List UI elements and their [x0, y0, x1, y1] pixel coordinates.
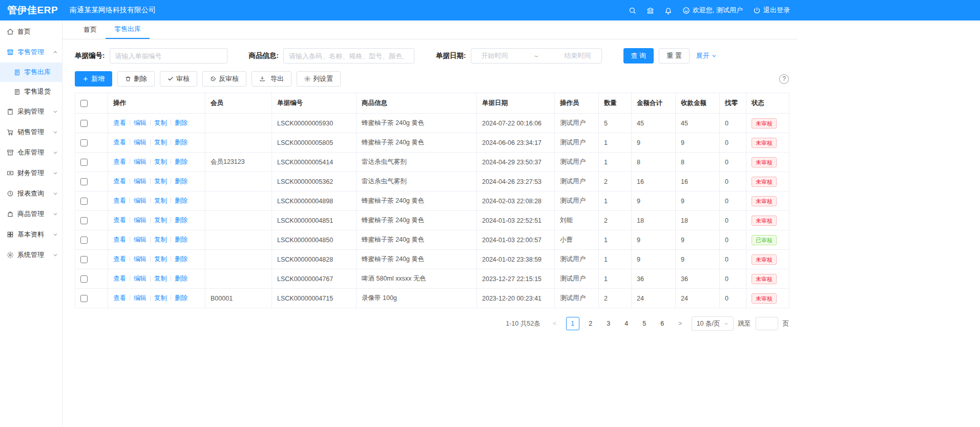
row-action-edit[interactable]: 编辑	[134, 236, 147, 243]
row-checkbox[interactable]	[80, 217, 88, 224]
row-action-view[interactable]: 查看	[113, 236, 126, 243]
bill-no-cell: LSCK00000004898	[272, 191, 357, 211]
row-action-copy[interactable]: 复制	[154, 236, 167, 243]
row-action-copy[interactable]: 复制	[154, 255, 167, 263]
sidebar-item-finance-management[interactable]: 财务管理	[0, 163, 62, 183]
row-action-view[interactable]: 查看	[113, 294, 126, 302]
unaudit-button[interactable]: 反审核	[202, 71, 246, 87]
row-action-view[interactable]: 查看	[113, 178, 126, 185]
row-action-delete[interactable]: 删除	[175, 217, 187, 224]
tab-retail-outbound[interactable]: 零售出库	[106, 20, 150, 39]
row-checkbox[interactable]	[80, 295, 88, 302]
tab-home[interactable]: 首页	[75, 20, 106, 39]
row-action-edit[interactable]: 编辑	[134, 119, 147, 126]
add-button[interactable]: 新增	[75, 71, 112, 87]
row-action-delete[interactable]: 删除	[175, 197, 187, 204]
bill-no-input[interactable]	[110, 48, 227, 63]
row-action-edit[interactable]: 编辑	[134, 294, 147, 302]
sidebar-item-report-query[interactable]: 报表查询	[0, 183, 62, 204]
action-divider	[171, 275, 171, 281]
row-checkbox[interactable]	[80, 139, 88, 146]
delete-button[interactable]: 删除	[117, 71, 155, 87]
sidebar-item-retail-return[interactable]: 零售退货	[0, 82, 62, 101]
sidebar-item-warehouse-management[interactable]: 仓库管理	[0, 142, 62, 163]
col-header-qty: 数量	[599, 93, 632, 114]
user-welcome[interactable]: 欢迎您, 测试用户	[682, 6, 743, 15]
chevron-down-icon	[53, 170, 58, 176]
row-action-delete[interactable]: 删除	[175, 236, 187, 243]
row-action-edit[interactable]: 编辑	[134, 197, 147, 204]
sidebar-item-retail-management[interactable]: 零售管理	[0, 42, 62, 62]
row-action-delete[interactable]: 删除	[175, 294, 187, 302]
row-action-copy[interactable]: 复制	[154, 158, 167, 165]
page-size-select[interactable]: 10 条/页	[692, 316, 734, 331]
page-number-4[interactable]: 4	[620, 317, 633, 330]
logout-button[interactable]: 退出登录	[753, 6, 790, 15]
sidebar-item-system-management[interactable]: 系统管理	[0, 245, 62, 265]
page-number-6[interactable]: 6	[656, 317, 669, 330]
row-action-copy[interactable]: 复制	[154, 119, 167, 126]
row-action-view[interactable]: 查看	[113, 119, 126, 126]
sidebar-item-retail-outbound[interactable]: 零售出库	[0, 62, 62, 82]
row-action-view[interactable]: 查看	[113, 139, 126, 146]
sidebar-item-product-management[interactable]: 商品管理	[0, 204, 62, 224]
search-icon[interactable]	[629, 7, 636, 14]
column-settings-button[interactable]: 列设置	[297, 71, 341, 87]
row-action-edit[interactable]: 编辑	[134, 275, 147, 282]
row-action-edit[interactable]: 编辑	[134, 139, 147, 146]
row-action-view[interactable]: 查看	[113, 217, 126, 224]
row-action-delete[interactable]: 删除	[175, 139, 187, 146]
reset-button[interactable]: 重 置	[659, 48, 690, 63]
prev-page-button[interactable]: <	[548, 317, 561, 330]
row-action-delete[interactable]: 删除	[175, 119, 187, 126]
page-number-5[interactable]: 5	[638, 317, 651, 330]
row-checkbox[interactable]	[80, 275, 88, 283]
row-action-view[interactable]: 查看	[113, 275, 126, 282]
row-action-delete[interactable]: 删除	[175, 275, 187, 282]
select-all-checkbox[interactable]	[80, 100, 88, 107]
search-button[interactable]: 查 询	[623, 48, 654, 63]
page-number-1[interactable]: 1	[566, 317, 579, 330]
page-number-2[interactable]: 2	[584, 317, 597, 330]
row-action-copy[interactable]: 复制	[154, 178, 167, 185]
row-action-copy[interactable]: 复制	[154, 217, 167, 224]
row-action-copy[interactable]: 复制	[154, 197, 167, 204]
expand-toggle[interactable]: 展开	[696, 51, 717, 60]
pagination-total: 1-10 共52条	[506, 319, 540, 328]
sidebar-item-basic-data[interactable]: 基本资料	[0, 224, 62, 245]
bell-icon[interactable]	[664, 7, 672, 14]
sidebar-item-sales-management[interactable]: 销售管理	[0, 122, 62, 142]
row-checkbox[interactable]	[80, 159, 88, 166]
help-icon[interactable]: ?	[779, 74, 789, 84]
sidebar-item-home[interactable]: 首页	[0, 22, 62, 42]
jump-page-input[interactable]	[756, 317, 778, 330]
row-action-edit[interactable]: 编辑	[134, 217, 147, 224]
row-action-view[interactable]: 查看	[113, 197, 126, 204]
row-action-edit[interactable]: 编辑	[134, 255, 147, 263]
row-action-delete[interactable]: 删除	[175, 158, 187, 165]
row-action-copy[interactable]: 复制	[154, 275, 167, 282]
row-action-view[interactable]: 查看	[113, 158, 126, 165]
row-action-copy[interactable]: 复制	[154, 139, 167, 146]
row-action-copy[interactable]: 复制	[154, 294, 167, 302]
page-number-3[interactable]: 3	[602, 317, 615, 330]
sidebar-item-purchase-management[interactable]: 采购管理	[0, 101, 62, 122]
row-action-edit[interactable]: 编辑	[134, 178, 147, 185]
filter-bar: 单据编号: 商品信息: 单据日期: 开始时间 ~ 结束时间	[75, 48, 789, 64]
row-checkbox[interactable]	[80, 237, 88, 244]
row-action-view[interactable]: 查看	[113, 255, 126, 263]
row-checkbox[interactable]	[80, 198, 88, 205]
product-info-input[interactable]	[283, 48, 414, 63]
bank-icon[interactable]	[647, 7, 654, 14]
row-checkbox[interactable]	[80, 256, 88, 263]
export-button[interactable]: 导出	[252, 71, 291, 87]
row-action-delete[interactable]: 删除	[175, 255, 187, 263]
row-action-edit[interactable]: 编辑	[134, 158, 147, 165]
row-checkbox[interactable]	[80, 120, 88, 127]
next-page-button[interactable]: >	[674, 317, 687, 330]
audit-button[interactable]: 审核	[160, 71, 197, 87]
row-checkbox[interactable]	[80, 178, 88, 185]
row-action-delete[interactable]: 删除	[175, 178, 187, 185]
date-range-input[interactable]: 开始时间 ~ 结束时间	[471, 48, 602, 63]
status-cell: 未审核	[746, 114, 789, 133]
